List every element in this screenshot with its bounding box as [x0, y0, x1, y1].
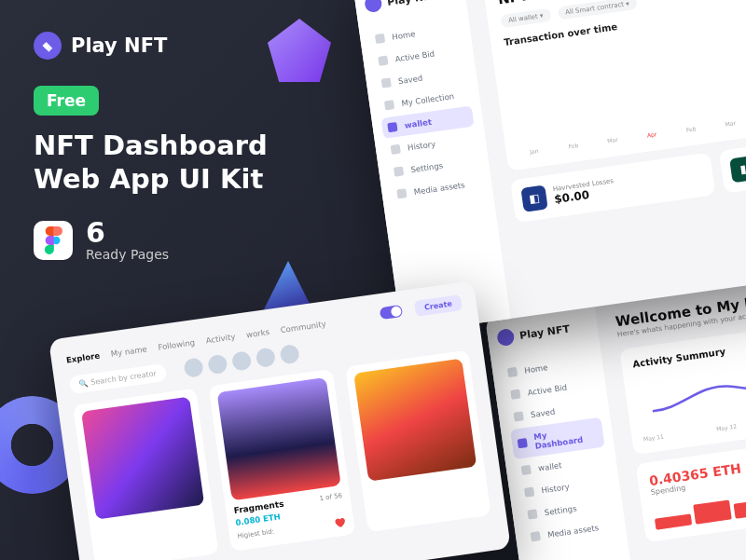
gallery-tab[interactable]: Community — [280, 319, 326, 335]
logo-icon — [34, 32, 62, 60]
wallet-panel: Play NFT HomeActive BidSavedMy Collectio… — [352, 0, 746, 334]
figma-icon — [34, 221, 73, 260]
brand-name: Play NFT — [71, 34, 167, 57]
avatar[interactable] — [279, 344, 300, 365]
wallet-chart-card: NFT Wallet Analysis All wallet ▾ All Sma… — [482, 0, 746, 171]
logo-row: Play NFT — [34, 32, 268, 60]
avatar[interactable] — [255, 348, 276, 369]
sidebar-brand-text: Play NFT — [518, 322, 570, 341]
gallery-tab[interactable]: My name — [110, 344, 147, 358]
filter-wallet[interactable]: All wallet ▾ — [500, 8, 551, 28]
pages-count: 6 — [86, 219, 169, 247]
sidebar-brand: Play NFT — [364, 0, 457, 13]
pages-label: Ready Pages — [86, 247, 169, 262]
free-badge: Free — [34, 86, 99, 116]
hero-title: NFT Dashboard Web App UI Kit — [34, 129, 268, 197]
gem-decoration — [268, 19, 331, 82]
networth-icon: ▮ — [729, 156, 746, 183]
gallery-tab[interactable]: Explore — [65, 351, 100, 365]
theme-toggle[interactable] — [380, 305, 404, 320]
highest-bid-label: Higiest bid: — [237, 528, 274, 540]
sidebar-brand-text: Play NFT — [386, 0, 437, 7]
avatar[interactable] — [183, 357, 204, 378]
gallery-panel: ExploreMy nameFollowingActivityworksComm… — [48, 280, 511, 560]
heart-icon[interactable] — [332, 515, 347, 530]
logo-icon — [364, 0, 382, 13]
pages-row: 6 Ready Pages — [34, 219, 268, 262]
nft-card[interactable] — [73, 389, 219, 560]
nft-image — [353, 359, 477, 483]
filter-contract[interactable]: All Smart contract ▾ — [557, 0, 637, 20]
nft-card[interactable] — [345, 349, 491, 532]
nft-card-featured[interactable]: Fragments 1 of 56 0.080 ETH Higiest bid: — [209, 369, 355, 552]
avatar-row — [183, 344, 300, 378]
gallery-tab[interactable]: works — [245, 327, 269, 339]
hero-area: Play NFT Free NFT Dashboard Web App UI K… — [34, 32, 268, 262]
wallet-main: NFT Wallet Analysis All wallet ▾ All Sma… — [462, 0, 746, 319]
hero-title-line2: Web App UI Kit — [34, 162, 268, 196]
logo-icon — [496, 328, 515, 347]
avatar[interactable] — [230, 350, 252, 372]
nft-edition: 1 of 56 — [319, 492, 342, 502]
gallery-tab[interactable]: Activity — [205, 332, 236, 345]
losses-icon: ◧ — [520, 184, 547, 212]
nft-image — [217, 377, 341, 501]
cone-decoration — [264, 261, 312, 309]
create-button[interactable]: Create — [414, 294, 463, 317]
search-input[interactable]: 🔍 Search by creator — [69, 362, 167, 393]
gallery-tab[interactable]: Following — [158, 337, 196, 351]
hero-title-line1: NFT Dashboard — [34, 129, 268, 162]
nft-image — [81, 397, 205, 521]
avatar[interactable] — [207, 354, 228, 376]
